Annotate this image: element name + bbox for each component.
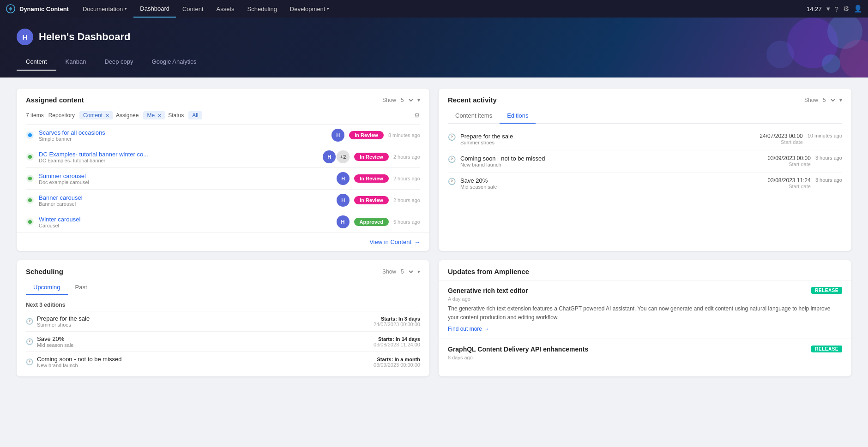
list-item: 🕐 Coming soon - not to be missed New bra… — [448, 150, 842, 173]
page-title: Helen's Dashboard — [39, 31, 130, 43]
activity-sub: New brand launch — [460, 162, 746, 167]
status-badge: In Review — [349, 131, 384, 139]
activity-info: Save 20% Mid season sale — [460, 177, 746, 190]
sched-sub: Summer shoes — [37, 322, 370, 328]
content-info: Banner carousel Banner carousel — [39, 194, 332, 207]
svg-point-11 — [28, 177, 32, 180]
nav-development[interactable]: Development ▾ — [283, 0, 336, 18]
nav-assets[interactable]: Assets — [210, 0, 241, 18]
update-age: A day ago — [448, 296, 842, 302]
activity-name[interactable]: Coming soon - not to be missed — [460, 155, 746, 162]
app-logo[interactable]: Dynamic Content — [6, 4, 69, 14]
show-select[interactable]: 51020 — [399, 96, 415, 104]
settings-icon[interactable]: ⚙ — [843, 5, 849, 13]
content-name[interactable]: Summer carousel — [39, 173, 332, 179]
activity-ago: 3 hours ago — [815, 155, 842, 161]
filter-chip-me[interactable]: Me ✕ — [143, 111, 165, 119]
assigned-header: Assigned content Show 51020 ▾ — [17, 89, 429, 108]
show-control[interactable]: Show 51020 ▾ — [382, 96, 420, 104]
content-info: Winter carousel Carousel — [39, 216, 332, 228]
updates-header: Updates from Amplience — [439, 260, 851, 280]
content-list: Scarves for all occasions Simple banner … — [17, 124, 429, 232]
activity-name[interactable]: Save 20% — [460, 177, 746, 184]
status-badge: Approved — [354, 218, 389, 226]
svg-point-13 — [28, 198, 32, 202]
sched-starts: Starts: In 14 days — [374, 336, 420, 342]
tab-editions[interactable]: Editions — [500, 108, 536, 124]
table-row: Scarves for all occasions Simple banner … — [26, 124, 420, 146]
clock-icon: 🕐 — [448, 155, 456, 163]
recent-activity-header: Recent activity Show 510 ▾ — [439, 89, 851, 108]
table-row: Summer carousel Doc example carousel H I… — [26, 167, 420, 189]
status-badge: In Review — [354, 196, 389, 204]
sched-section-label: Next 3 editions — [26, 297, 420, 311]
sched-name[interactable]: Prepare for the sale — [37, 315, 370, 322]
tab-kanban[interactable]: Kanban — [56, 54, 96, 71]
status-badge: In Review — [354, 174, 389, 183]
sched-name[interactable]: Save 20% — [37, 335, 370, 342]
user-icon[interactable]: 👤 — [854, 5, 862, 13]
activity-date-col: 03/08/2023 11:24 Start date — [751, 177, 811, 189]
remove-me-filter[interactable]: ✕ — [157, 113, 162, 119]
content-name[interactable]: Scarves for all occasions — [39, 129, 327, 136]
svg-point-15 — [28, 220, 32, 224]
nav-scheduling[interactable]: Scheduling — [241, 0, 283, 18]
nav-assets-label: Assets — [217, 6, 235, 12]
activity-sub: Mid season sale — [460, 184, 746, 190]
show-select[interactable]: 510 — [399, 268, 415, 275]
content-name[interactable]: Banner carousel — [39, 194, 332, 201]
tab-upcoming[interactable]: Upcoming — [26, 280, 68, 295]
find-out-more-link[interactable]: Find out more → — [448, 326, 842, 332]
topnav-right: 14:27 ▾ ? ⚙ 👤 — [807, 5, 862, 13]
filter-assignee-label: Assignee — [116, 112, 139, 119]
chevron-down-icon[interactable]: ▾ — [826, 5, 830, 13]
tab-content-items[interactable]: Content items — [448, 108, 500, 124]
content-sub: Banner carousel — [39, 201, 332, 207]
content-name[interactable]: Winter carousel — [39, 216, 332, 223]
sched-starts: Starts: In 3 days — [374, 316, 420, 322]
chevron-down-icon: ▾ — [417, 97, 420, 103]
clock-icon: 🕐 — [26, 318, 33, 325]
list-item: 🕐 Save 20% Mid season sale 03/08/2023 11… — [448, 173, 842, 194]
nav-documentation-label: Documentation — [83, 6, 123, 12]
view-in-content-link[interactable]: View in Content → — [17, 232, 429, 251]
sched-info: Save 20% Mid season sale — [37, 335, 370, 348]
filter-chip-all[interactable]: All — [188, 111, 202, 119]
content-info: Scarves for all occasions Simple banner — [39, 129, 327, 142]
time-ago: 8 minutes ago — [388, 132, 420, 138]
sched-name[interactable]: Coming soon - not to be missed — [37, 356, 370, 363]
show-control[interactable]: Show 510 ▾ — [804, 96, 842, 104]
table-row: Winter carousel Carousel H Approved 5 ho… — [26, 211, 420, 232]
nav-documentation[interactable]: Documentation ▾ — [76, 0, 133, 18]
content-name[interactable]: DC Examples- tutorial banner winter co..… — [39, 151, 318, 158]
tab-google-analytics[interactable]: Google Analytics — [143, 54, 206, 71]
filter-icon[interactable]: ⚙ — [414, 112, 420, 119]
sched-sub: Mid season sale — [37, 342, 370, 348]
tab-deep-copy[interactable]: Deep copy — [95, 54, 142, 71]
recent-activity-title: Recent activity — [448, 96, 497, 104]
activity-name[interactable]: Prepare for the sale — [460, 133, 738, 140]
tab-content[interactable]: Content — [17, 54, 56, 71]
remove-content-filter[interactable]: ✕ — [105, 113, 109, 119]
filter-chip-content[interactable]: Content ✕ — [79, 111, 113, 119]
nav-dashboard[interactable]: Dashboard — [133, 0, 176, 18]
sched-info: Prepare for the sale Summer shoes — [37, 315, 370, 328]
plus-badge: +2 — [337, 150, 350, 163]
tab-past[interactable]: Past — [68, 280, 95, 295]
repo-icon — [26, 196, 34, 204]
activity-date-label: Start date — [743, 139, 803, 145]
sched-right: Starts: In a month 03/09/2023 00:00:00 — [374, 357, 420, 368]
update-top: Generative rich text editor RELEASE — [448, 287, 842, 294]
help-icon[interactable]: ? — [835, 5, 838, 13]
nav-content[interactable]: Content — [176, 0, 210, 18]
top-navigation: Dynamic Content Documentation ▾ Dashboar… — [0, 0, 868, 18]
activity-sub: Summer shoes — [460, 140, 738, 145]
show-select[interactable]: 510 — [821, 96, 837, 104]
scheduling-tabs: Upcoming Past — [26, 280, 420, 295]
updates-title: Updates from Amplience — [448, 268, 529, 275]
show-control[interactable]: Show 510 ▾ — [382, 268, 420, 275]
content-sub: Simple banner — [39, 136, 327, 142]
repo-icon — [26, 174, 34, 183]
activity-ago: 3 hours ago — [815, 177, 842, 183]
avatar: H — [337, 194, 350, 207]
